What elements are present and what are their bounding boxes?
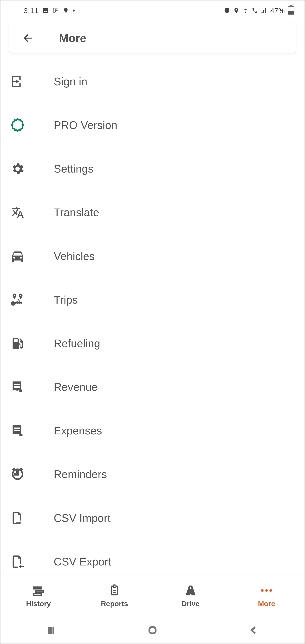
nav-item-history[interactable]: History	[0, 584, 77, 608]
nav-label: History	[26, 600, 51, 608]
menu-item-csv-import[interactable]: CSV Import	[0, 496, 305, 540]
nav-item-reports[interactable]: Reports	[77, 584, 153, 608]
battery-percent: 47%	[270, 6, 285, 15]
menu-item-vehicles[interactable]: Vehicles	[0, 234, 305, 278]
status-dot-icon	[73, 10, 75, 12]
menu-item-label: Expenses	[54, 424, 102, 437]
menu-item-label: Sign in	[54, 75, 87, 88]
menu-item-reminders[interactable]: Reminders	[0, 452, 305, 496]
reminders-icon	[9, 466, 26, 483]
menu-item-label: PRO Version	[54, 119, 117, 132]
battery-icon	[288, 6, 295, 15]
location-icon	[233, 8, 240, 14]
csv-import-icon	[9, 509, 26, 527]
menu: Sign in PRO Version Settings	[0, 60, 305, 584]
reports-icon	[108, 584, 121, 597]
menu-item-refueling[interactable]: Refueling	[0, 322, 305, 365]
revenue-icon	[9, 378, 26, 396]
pro-icon	[9, 116, 26, 134]
page-title: More	[59, 32, 86, 45]
back-arrow-icon[interactable]	[22, 32, 34, 44]
header-card: More	[9, 23, 296, 53]
csv-export-icon	[9, 553, 26, 570]
menu-item-expenses[interactable]: Expenses	[0, 409, 305, 452]
menu-item-settings[interactable]: Settings	[0, 147, 305, 190]
menu-item-label: Refueling	[54, 337, 100, 350]
menu-item-label: CSV Import	[54, 512, 111, 524]
home-icon[interactable]	[147, 625, 158, 636]
nav-item-drive[interactable]: Drive	[152, 584, 229, 608]
menu-item-label: Vehicles	[54, 250, 95, 262]
sys-back-icon[interactable]	[249, 625, 259, 636]
photos-icon	[52, 8, 59, 14]
bottom-nav: History Reports Drive More	[0, 574, 305, 617]
menu-item-sign-in[interactable]: Sign in	[0, 60, 305, 103]
call-wifi-icon	[252, 8, 258, 14]
menu-item-trips[interactable]: Trips	[0, 278, 305, 322]
menu-item-translate[interactable]: Translate	[0, 190, 305, 234]
status-bar: 3:11 47%	[0, 0, 305, 21]
nav-label: Reports	[101, 600, 128, 608]
signal-icon	[261, 8, 267, 14]
status-time: 3:11	[24, 6, 38, 15]
trips-icon	[9, 291, 26, 308]
menu-item-pro-version[interactable]: PRO Version	[0, 103, 305, 147]
nav-label: More	[258, 600, 275, 608]
more-icon	[261, 584, 272, 597]
menu-item-label: Reminders	[54, 468, 107, 480]
translate-icon	[9, 204, 26, 221]
bulb-icon	[63, 8, 69, 14]
wifi-icon	[242, 8, 249, 14]
sign-in-icon	[9, 73, 26, 90]
settings-icon	[9, 160, 26, 178]
gallery-icon	[42, 8, 49, 14]
expenses-icon	[9, 422, 26, 439]
menu-item-label: CSV Export	[54, 555, 111, 568]
nav-label: Drive	[182, 600, 199, 608]
alarm-icon	[224, 8, 230, 14]
menu-group-0: Sign in PRO Version Settings	[0, 60, 305, 234]
menu-item-label: Translate	[54, 206, 99, 219]
menu-group-2: CSV Import CSV Export	[0, 496, 305, 584]
nav-item-more[interactable]: More	[229, 584, 305, 608]
vehicles-icon	[9, 248, 26, 265]
drive-icon	[184, 584, 197, 597]
menu-group-1: Vehicles Trips Refueling	[0, 234, 305, 496]
refueling-icon	[9, 335, 26, 352]
history-icon	[32, 584, 45, 597]
recents-icon[interactable]	[46, 625, 56, 636]
menu-item-label: Revenue	[54, 381, 98, 393]
menu-item-label: Settings	[54, 162, 93, 175]
svg-rect-1	[149, 627, 155, 633]
system-nav	[0, 617, 305, 644]
menu-item-revenue[interactable]: Revenue	[0, 365, 305, 409]
menu-item-label: Trips	[54, 294, 78, 306]
